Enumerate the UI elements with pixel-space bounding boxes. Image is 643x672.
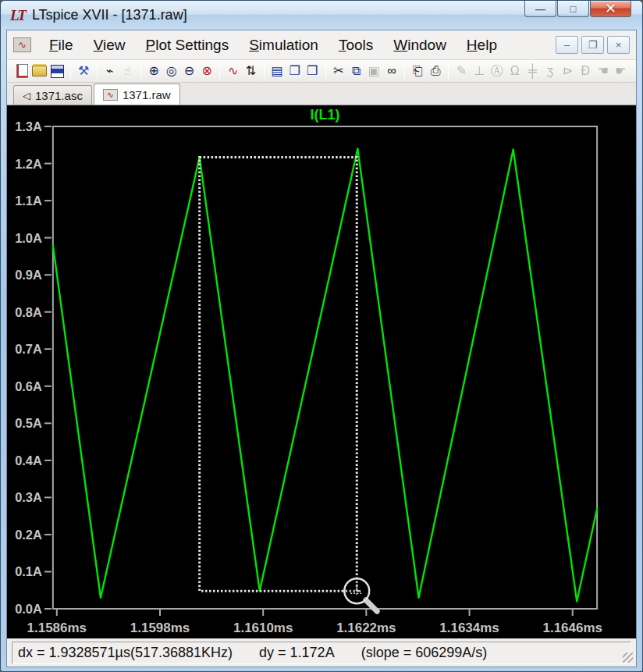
- waveform-pane[interactable]: I(L1)0.0A0.1A0.2A0.3A0.4A0.5A0.6A0.7A0.8…: [7, 105, 636, 638]
- cut-icon[interactable]: ✂: [330, 62, 348, 80]
- tool-bar: ⚒⌁☝⊕◎⊖⊗∿⇅▤❐❒✂⧉▣∞⎗⎙✎⊥ⒶΩ╪ʒ⊳Ð☚☛: [7, 60, 636, 83]
- menu-tools-hotkey: T: [339, 37, 346, 53]
- zoom-selection-rect: [200, 157, 357, 591]
- waveform-icon: ∿: [103, 89, 118, 101]
- diode-icon: ⊳: [559, 62, 577, 80]
- menu-window[interactable]: Window: [383, 36, 456, 55]
- capacitor-icon: ╪: [524, 62, 542, 80]
- minimize-icon: —: [535, 3, 545, 15]
- tile-vertical-icon[interactable]: ❒: [304, 62, 322, 80]
- autorange-plot-icon[interactable]: ∿: [224, 62, 242, 80]
- y-tick-label[interactable]: 1.2A: [15, 157, 42, 171]
- new-schematic-icon[interactable]: [13, 62, 31, 80]
- resistor-icon: Ω: [506, 62, 524, 80]
- menu-simulation-label: imulation: [259, 37, 318, 53]
- x-tick-label[interactable]: 1.1610ms: [233, 620, 293, 635]
- menu-file-label: ile: [59, 37, 73, 53]
- mdi-restore-button[interactable]: ❐: [581, 36, 604, 54]
- save-icon[interactable]: [48, 62, 66, 80]
- menu-help[interactable]: Help: [456, 36, 507, 55]
- x-tick-label[interactable]: 1.1646ms: [543, 620, 602, 635]
- tab-1371-raw[interactable]: ∿ 1371.raw: [94, 84, 180, 105]
- toolbar-separator: [140, 63, 141, 79]
- menu-simulation[interactable]: Simulation: [239, 36, 329, 55]
- y-tick-label[interactable]: 0.6A: [15, 379, 42, 393]
- menu-file-hotkey: F: [49, 37, 59, 53]
- maximize-button[interactable]: □: [557, 1, 589, 17]
- y-tick-label[interactable]: 1.3A: [15, 119, 42, 133]
- y-tick-label[interactable]: 0.1A: [15, 564, 42, 578]
- status-dx: dx = 1.9328571µs(517.36881KHz): [18, 645, 233, 661]
- menu-window-hotkey: W: [393, 37, 407, 53]
- menu-tools-label: ools: [346, 37, 373, 53]
- y-tick-label[interactable]: 1.0A: [15, 231, 42, 245]
- y-tick-label[interactable]: 0.4A: [15, 453, 42, 468]
- x-tick-label[interactable]: 1.1598ms: [130, 620, 190, 635]
- drag-hand-icon: ☛: [612, 62, 630, 80]
- control-panel-hammer-icon[interactable]: ⚒: [75, 62, 93, 80]
- title-bar[interactable]: LT LTspice XVII - [1371.raw] — □ ✕: [1, 1, 642, 30]
- tab-1371-asc[interactable]: ◁ 1371.asc: [13, 85, 92, 105]
- find-binoculars-icon[interactable]: ∞: [383, 62, 401, 80]
- trace-I(L1)[interactable]: [53, 149, 597, 602]
- toolbar-separator: [404, 63, 405, 79]
- print-icon[interactable]: ⎙: [427, 62, 445, 80]
- toolbar-separator: [97, 63, 98, 79]
- y-tick-label[interactable]: 0.3A: [15, 490, 42, 504]
- y-tick-label[interactable]: 0.9A: [15, 268, 42, 282]
- inductor-icon: ʒ: [542, 62, 560, 80]
- mdi-window-controls: – ❐ ×: [556, 36, 630, 54]
- menu-file[interactable]: File: [39, 36, 83, 55]
- zoom-out-icon[interactable]: ⊖: [180, 62, 198, 80]
- status-slope: (slope = 606299A/s): [361, 645, 488, 661]
- magnifier-handle: [366, 600, 377, 612]
- zoom-full-extents-icon[interactable]: ⊗: [198, 62, 216, 80]
- toolbar-separator: [325, 63, 326, 79]
- print-preview-icon[interactable]: ⎗: [409, 62, 427, 80]
- ground-icon: ⊥: [471, 62, 488, 80]
- open-file-icon[interactable]: [31, 62, 49, 80]
- tile-horizontal-icon[interactable]: ▤: [268, 62, 286, 80]
- paste-icon: ▣: [365, 62, 383, 80]
- schematic-icon: ◁: [23, 90, 30, 101]
- toolbar-separator: [264, 63, 265, 79]
- menu-view[interactable]: View: [83, 36, 136, 55]
- y-tick-label[interactable]: 1.1A: [15, 194, 42, 208]
- run-simulation-icon[interactable]: ⌁: [101, 62, 119, 80]
- y-tick-label[interactable]: 0.0A: [15, 602, 42, 616]
- axes-icon[interactable]: ⇅: [242, 62, 260, 80]
- status-dy: dy = 1.172A: [259, 645, 335, 661]
- plot-title[interactable]: I(L1): [311, 107, 340, 123]
- mdi-minimize-button[interactable]: –: [556, 36, 578, 54]
- toolbar-separator: [70, 63, 71, 79]
- menu-view-hotkey: V: [94, 37, 103, 53]
- resize-grip[interactable]: [623, 652, 633, 663]
- document-waveform-icon[interactable]: ∿: [13, 37, 31, 52]
- y-tick-label[interactable]: 0.5A: [15, 416, 42, 430]
- label-net-icon: Ⓐ: [488, 62, 506, 80]
- x-tick-label[interactable]: 1.1622ms: [336, 620, 396, 635]
- ltspice-logo-icon: LT: [10, 7, 25, 24]
- tab-bar: ◁ 1371.asc ∿ 1371.raw: [7, 83, 636, 105]
- y-tick-label[interactable]: 0.7A: [15, 342, 42, 356]
- cascade-windows-icon[interactable]: ❐: [286, 62, 304, 80]
- x-tick-label[interactable]: 1.1586ms: [27, 620, 87, 635]
- mdi-close-icon: ×: [616, 39, 622, 51]
- minimize-button[interactable]: —: [524, 1, 556, 17]
- window-body: ∿ FileViewPlot SettingsSimulationToolsWi…: [6, 30, 637, 667]
- menu-plot-settings[interactable]: Plot Settings: [135, 36, 239, 55]
- y-tick-label[interactable]: 0.8A: [15, 305, 42, 319]
- close-icon: ✕: [605, 0, 616, 17]
- mdi-close-button[interactable]: ×: [607, 36, 630, 54]
- copy-icon[interactable]: ⧉: [347, 62, 365, 80]
- mdi-minimize-icon: –: [564, 39, 570, 51]
- maximize-icon: □: [570, 3, 577, 15]
- menu-tools[interactable]: Tools: [329, 36, 383, 55]
- close-button[interactable]: ✕: [590, 1, 631, 17]
- x-tick-label[interactable]: 1.1634ms: [439, 620, 499, 635]
- menu-view-label: iew: [103, 37, 126, 53]
- y-tick-label[interactable]: 0.2A: [15, 528, 42, 542]
- zoom-in-icon[interactable]: ⊕: [145, 62, 163, 80]
- waveform-plot[interactable]: I(L1)0.0A0.1A0.2A0.3A0.4A0.5A0.6A0.7A0.8…: [7, 105, 636, 638]
- zoom-back-icon[interactable]: ◎: [162, 62, 180, 80]
